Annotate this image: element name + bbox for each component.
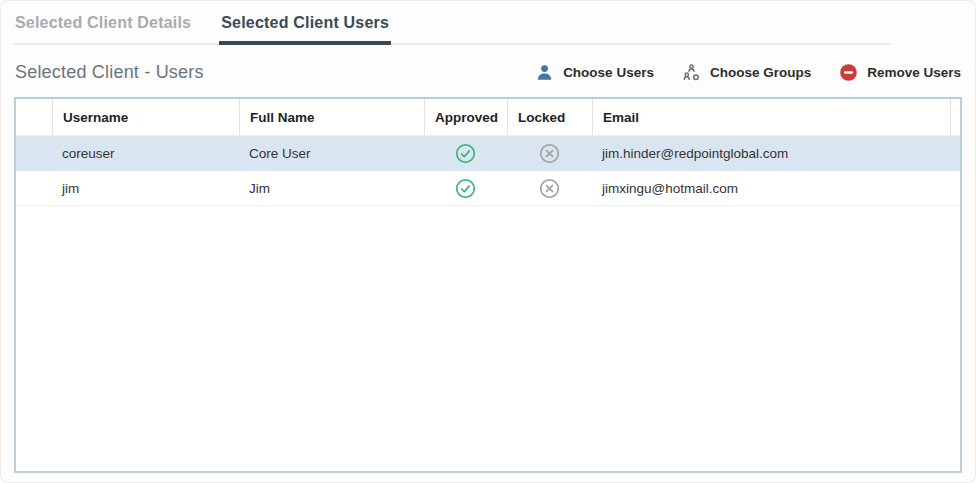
choose-groups-button[interactable]: Choose Groups <box>682 63 811 82</box>
locked-cross-icon <box>507 178 592 199</box>
choose-users-label: Choose Users <box>563 65 654 80</box>
remove-icon <box>839 63 858 82</box>
header-selector-column <box>16 99 52 135</box>
users-table-panel: Username Full Name Approved Locked Email… <box>14 97 962 473</box>
email-cell: jim.hinder@redpointglobal.com <box>592 146 950 161</box>
remove-users-button[interactable]: Remove Users <box>839 63 961 82</box>
table-row[interactable]: jim Jim jimxingu@hotmail.com <box>16 171 960 206</box>
choose-users-button[interactable]: Choose Users <box>535 63 654 82</box>
header-locked[interactable]: Locked <box>507 99 592 135</box>
email-cell: jimxingu@hotmail.com <box>592 181 950 196</box>
approved-check-icon <box>424 178 507 199</box>
page-title: Selected Client - Users <box>15 62 535 83</box>
tab-bar: Selected Client Details Selected Client … <box>13 12 891 45</box>
table-header-row: Username Full Name Approved Locked Email <box>16 99 960 136</box>
locked-cross-icon <box>507 143 592 164</box>
full-name-cell: Jim <box>239 181 424 196</box>
header-email[interactable]: Email <box>592 99 950 135</box>
toolbar: Selected Client - Users Choose Users <box>15 62 961 83</box>
tab-selected-client-details[interactable]: Selected Client Details <box>13 12 193 45</box>
group-icon <box>682 63 701 82</box>
header-full-name[interactable]: Full Name <box>239 99 424 135</box>
header-approved[interactable]: Approved <box>424 99 507 135</box>
full-name-cell: Core User <box>239 146 424 161</box>
user-icon <box>535 63 554 82</box>
header-username[interactable]: Username <box>52 99 239 135</box>
username-cell: jim <box>52 181 239 196</box>
toolbar-buttons: Choose Users Choose Groups <box>535 63 961 82</box>
remove-users-label: Remove Users <box>867 65 961 80</box>
tab-selected-client-users[interactable]: Selected Client Users <box>219 12 391 45</box>
table-row[interactable]: coreuser Core User jim.hinder@redpointgl… <box>16 136 960 171</box>
choose-groups-label: Choose Groups <box>710 65 811 80</box>
header-scrollbar-gutter <box>950 99 961 135</box>
approved-check-icon <box>424 143 507 164</box>
username-cell: coreuser <box>52 146 239 161</box>
